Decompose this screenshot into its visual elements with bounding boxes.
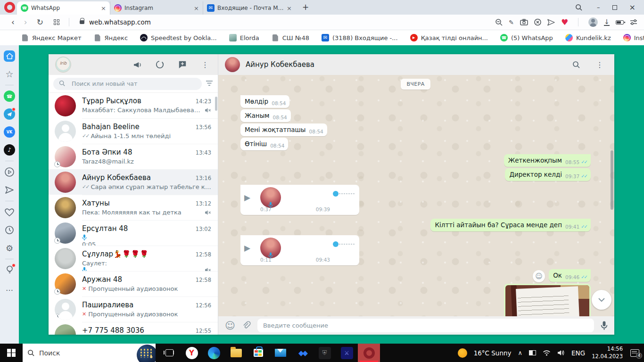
favorite-heart-icon[interactable]: ♥ [561,17,568,27]
taskbar-search[interactable] [23,344,156,362]
bookmark-item[interactable]: ▶Қазақ тілді онлайн... [410,34,488,41]
message[interactable]: Өтініш08:54 [240,138,288,150]
voice-waveform[interactable] [334,243,355,245]
taskbar-app-file-explorer[interactable] [225,344,247,362]
taskbar-app-microsoft-store[interactable] [247,344,269,362]
message[interactable]: Мені жоқтатпашы08:54 [240,123,327,136]
taskbar-clock[interactable]: 14:56 12.04.2023 [592,346,623,360]
voice-slider-dot[interactable] [333,191,339,197]
message[interactable]: Кілтті айтайын ба? Сұраса менде деп09:41… [430,219,591,231]
tablet-mode-icon[interactable] [529,350,536,355]
bing-globe-image[interactable] [135,344,156,362]
sidebar-item-vk[interactable]: VK [3,125,16,139]
downloads-icon[interactable]: ↓ [604,18,610,26]
photo-attachment[interactable] [505,285,589,316]
menu-dots-icon[interactable]: ⋮ [199,60,211,69]
chat-list-item[interactable]: Аружан 4812:58✕Пропущенный аудиозвонок [49,271,218,296]
chat-list-item[interactable]: Bahajan Beeline13:56✓✓Айына 1-1.5 млн тө… [49,118,218,144]
conversation-scrollbar[interactable] [611,150,613,210]
forward-button[interactable]: › [24,17,27,27]
zoom-page-icon[interactable] [495,18,503,26]
sidebar-item-settings-gear[interactable]: ⚙ [3,241,16,255]
tab-close-icon[interactable]: × [101,5,106,12]
attach-paperclip-icon[interactable] [242,321,251,330]
tab-close-icon[interactable]: × [194,5,199,12]
start-button[interactable] [0,344,23,362]
taskbar-app-game-wot[interactable]: ⛨ [314,344,336,362]
minimize-window-button[interactable]: – [597,4,600,11]
adblock-shield-icon[interactable] [534,18,541,26]
opera-logo-icon[interactable] [4,2,15,13]
tray-chevron-up-icon[interactable]: ∧ [518,349,523,356]
taskbar-app-edge-browser[interactable] [203,344,225,362]
communities-megaphone-icon[interactable] [131,61,143,68]
settings-sliders-icon[interactable] [630,19,637,25]
taskbar-search-input[interactable] [39,349,110,357]
bookmark-item[interactable]: ✉(3188) Входящие -... [322,34,398,41]
message[interactable]: Директор келді09:37✓✓ [505,168,591,181]
browser-tab[interactable]: ☎WhatsApp× [17,1,110,15]
volume-icon[interactable] [557,350,565,356]
search-input-wrap[interactable] [53,78,202,90]
sidebar-item-history-clock[interactable] [3,223,16,237]
language-indicator[interactable]: ENG [571,349,585,357]
taskbar-app-mail-app[interactable] [269,344,291,362]
bookmark-item[interactable]: СШ №48 [272,34,309,41]
sidebar-item-more-dots[interactable]: … [3,281,16,295]
sidebar-item-whatsapp[interactable]: ☎ [3,90,16,103]
search-input[interactable] [72,80,196,87]
sidebar-item-home[interactable] [3,49,16,63]
chat-list-item[interactable]: Ерсұлтан 4813:02 0:05 [49,220,218,246]
sidebar-item-bookmarks-star[interactable]: ☆ [3,67,16,81]
battery-saver-icon[interactable] [616,20,624,25]
weather-sun-icon[interactable] [458,348,467,358]
lock-icon[interactable] [80,20,84,24]
message[interactable]: ▶0:3709:39 [240,185,359,215]
filter-icon[interactable] [206,80,213,88]
address-url[interactable]: web.whatsapp.com [89,18,151,26]
react-emoji-button[interactable]: ☺ [533,270,545,282]
bookmark-item[interactable]: Яндекс [94,34,128,41]
taskbar-app-yandex-browser[interactable]: Y [181,344,203,362]
message[interactable]: Мөлдір08:54 [240,95,289,108]
chat-list-item[interactable]: Айнур Кобекбаева13:16✓✓Сара әпки сұрап ж… [49,169,218,195]
share-send-icon[interactable] [547,19,555,26]
emoji-icon[interactable]: ☺ [225,320,235,331]
close-window-button[interactable]: × [629,3,636,12]
browser-tab[interactable]: Instagram× [110,1,203,15]
status-icon[interactable] [154,60,166,69]
voice-slider-dot[interactable] [333,241,339,247]
message[interactable]: Ок09:46✓✓☺ [549,269,591,282]
taskbar-app-game-blue[interactable]: ⚔ [336,344,358,362]
play-icon[interactable]: ▶ [244,243,256,253]
voice-record-mic-icon[interactable] [601,321,608,330]
sidebar-item-favorites-heart[interactable] [3,206,16,219]
sidebar-item-my-flow[interactable] [3,183,16,197]
wifi-icon[interactable] [543,350,551,356]
chat-list-item[interactable]: Сұлулар💃🌹🌹🌹12:58Саулет: 0:03 [49,246,218,271]
notification-center-icon[interactable]: 4 [630,349,639,357]
chat-list-item[interactable]: Паширалиева12:56✕Пропущенный аудиозвонок [49,296,218,322]
bookmark-item[interactable]: Speedtest by Ookla... [140,34,217,41]
tab-close-icon[interactable]: × [287,5,292,12]
new-tab-button[interactable]: + [302,2,309,12]
message[interactable] [504,284,591,316]
tabstrip-search-icon[interactable] [572,4,585,11]
bookmark-item[interactable]: Яндекс Маркет [21,34,82,41]
pinboard-icon[interactable]: ✎ [509,19,514,26]
snapshot-camera-icon[interactable] [520,19,528,25]
conversation-avatar[interactable] [225,57,240,72]
taskbar-app-opera-browser[interactable] [358,344,380,362]
sidebar-item-player[interactable] [3,165,16,179]
my-profile-avatar[interactable] [55,57,71,73]
chat-list-item[interactable]: Бота Әпки 4813:43Taraz48@mail.kz [49,144,218,169]
chat-list-item[interactable]: +7 775 488 303612:55 [49,322,218,335]
bookmark-item[interactable]: Instagram [623,34,644,41]
profile-avatar-icon[interactable] [588,17,598,27]
reload-button[interactable]: ↻ [37,17,43,27]
scroll-to-bottom-button[interactable] [592,290,611,310]
sidebar-item-tiktok[interactable]: ♪ [3,143,16,156]
chat-list-item[interactable]: Тұрар Рысқұлов14:23Махаббат: Саккулова М… [49,93,218,118]
back-button[interactable]: ‹ [11,17,15,27]
chat-list-item[interactable]: Хатуны13:12Пека: Моляяяяяя как ты детка [49,195,218,220]
